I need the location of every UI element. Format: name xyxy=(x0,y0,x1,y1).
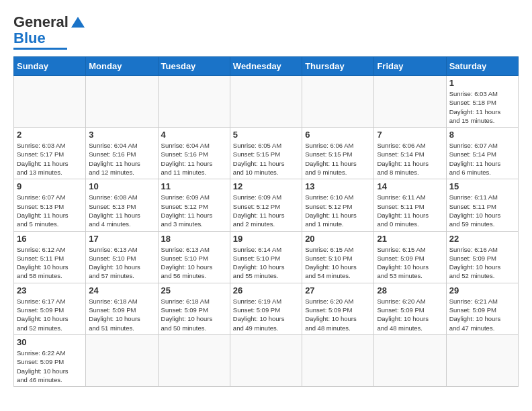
day-number: 4 xyxy=(161,130,227,140)
day-info: Sunrise: 6:07 AM Sunset: 5:14 PM Dayligh… xyxy=(449,141,515,177)
calendar-cell: 21Sunrise: 6:15 AM Sunset: 5:09 PM Dayli… xyxy=(374,231,446,283)
day-info: Sunrise: 6:09 AM Sunset: 5:12 PM Dayligh… xyxy=(161,193,227,228)
logo-triangle xyxy=(71,17,85,28)
day-info: Sunrise: 6:06 AM Sunset: 5:14 PM Dayligh… xyxy=(377,141,443,177)
calendar-cell: 30Sunrise: 6:22 AM Sunset: 5:09 PM Dayli… xyxy=(14,334,86,386)
day-number: 19 xyxy=(233,234,299,244)
logo: General Blue xyxy=(13,13,85,50)
calendar-cell xyxy=(86,334,158,386)
day-number: 23 xyxy=(17,285,83,295)
calendar-cell xyxy=(230,76,302,128)
calendar-cell: 13Sunrise: 6:10 AM Sunset: 5:12 PM Dayli… xyxy=(302,179,374,231)
day-info: Sunrise: 6:08 AM Sunset: 5:13 PM Dayligh… xyxy=(89,193,154,228)
logo-blue-text: Blue xyxy=(13,30,46,47)
calendar-row: 1Sunrise: 6:03 AM Sunset: 5:18 PM Daylig… xyxy=(14,76,519,128)
calendar-cell: 27Sunrise: 6:20 AM Sunset: 5:09 PM Dayli… xyxy=(302,283,374,334)
calendar-cell xyxy=(374,76,446,128)
calendar-cell: 7Sunrise: 6:06 AM Sunset: 5:14 PM Daylig… xyxy=(374,128,446,179)
day-info: Sunrise: 6:22 AM Sunset: 5:09 PM Dayligh… xyxy=(17,349,83,384)
day-number: 28 xyxy=(377,285,443,295)
weekday-header-row: SundayMondayTuesdayWednesdayThursdayFrid… xyxy=(14,57,519,76)
day-number: 12 xyxy=(233,181,299,191)
calendar-cell: 19Sunrise: 6:14 AM Sunset: 5:10 PM Dayli… xyxy=(230,231,302,283)
calendar-cell xyxy=(302,76,374,128)
day-info: Sunrise: 6:19 AM Sunset: 5:09 PM Dayligh… xyxy=(233,297,299,332)
day-number: 29 xyxy=(449,285,515,295)
calendar-cell: 28Sunrise: 6:20 AM Sunset: 5:09 PM Dayli… xyxy=(374,283,446,334)
header: General Blue xyxy=(13,13,519,50)
day-number: 25 xyxy=(161,285,227,295)
calendar-row: 2Sunrise: 6:03 AM Sunset: 5:17 PM Daylig… xyxy=(14,128,519,179)
day-info: Sunrise: 6:07 AM Sunset: 5:13 PM Dayligh… xyxy=(17,193,83,228)
calendar-cell: 1Sunrise: 6:03 AM Sunset: 5:18 PM Daylig… xyxy=(446,76,518,128)
day-number: 15 xyxy=(449,181,515,191)
calendar-cell xyxy=(302,334,374,386)
day-number: 1 xyxy=(449,78,515,88)
day-info: Sunrise: 6:12 AM Sunset: 5:11 PM Dayligh… xyxy=(17,245,83,281)
day-info: Sunrise: 6:14 AM Sunset: 5:10 PM Dayligh… xyxy=(233,245,299,281)
calendar-cell: 18Sunrise: 6:13 AM Sunset: 5:10 PM Dayli… xyxy=(158,231,230,283)
day-info: Sunrise: 6:11 AM Sunset: 5:11 PM Dayligh… xyxy=(449,193,515,228)
logo-bar xyxy=(13,48,67,50)
day-number: 11 xyxy=(161,181,227,191)
day-number: 9 xyxy=(17,181,83,191)
day-info: Sunrise: 6:06 AM Sunset: 5:15 PM Dayligh… xyxy=(305,141,371,177)
weekday-sunday: Sunday xyxy=(14,57,86,76)
day-info: Sunrise: 6:04 AM Sunset: 5:16 PM Dayligh… xyxy=(89,141,154,177)
weekday-thursday: Thursday xyxy=(302,57,374,76)
calendar-row: 23Sunrise: 6:17 AM Sunset: 5:09 PM Dayli… xyxy=(14,283,519,334)
day-number: 17 xyxy=(89,234,154,244)
day-number: 6 xyxy=(305,130,371,140)
calendar-cell xyxy=(158,334,230,386)
calendar-cell xyxy=(158,76,230,128)
day-info: Sunrise: 6:13 AM Sunset: 5:10 PM Dayligh… xyxy=(89,245,154,281)
day-info: Sunrise: 6:15 AM Sunset: 5:09 PM Dayligh… xyxy=(377,245,443,281)
calendar-cell: 8Sunrise: 6:07 AM Sunset: 5:14 PM Daylig… xyxy=(446,128,518,179)
calendar-cell: 2Sunrise: 6:03 AM Sunset: 5:17 PM Daylig… xyxy=(14,128,86,179)
day-number: 24 xyxy=(89,285,154,295)
calendar-cell: 9Sunrise: 6:07 AM Sunset: 5:13 PM Daylig… xyxy=(14,179,86,231)
day-info: Sunrise: 6:20 AM Sunset: 5:09 PM Dayligh… xyxy=(377,297,443,332)
day-info: Sunrise: 6:16 AM Sunset: 5:09 PM Dayligh… xyxy=(449,245,515,281)
calendar-cell: 25Sunrise: 6:18 AM Sunset: 5:09 PM Dayli… xyxy=(158,283,230,334)
day-number: 20 xyxy=(305,234,371,244)
day-number: 2 xyxy=(17,130,83,140)
calendar-cell: 26Sunrise: 6:19 AM Sunset: 5:09 PM Dayli… xyxy=(230,283,302,334)
day-number: 30 xyxy=(17,337,83,347)
day-info: Sunrise: 6:05 AM Sunset: 5:15 PM Dayligh… xyxy=(233,141,299,177)
calendar-cell: 15Sunrise: 6:11 AM Sunset: 5:11 PM Dayli… xyxy=(446,179,518,231)
day-number: 22 xyxy=(449,234,515,244)
calendar-cell: 12Sunrise: 6:09 AM Sunset: 5:12 PM Dayli… xyxy=(230,179,302,231)
calendar-cell: 11Sunrise: 6:09 AM Sunset: 5:12 PM Dayli… xyxy=(158,179,230,231)
day-info: Sunrise: 6:04 AM Sunset: 5:16 PM Dayligh… xyxy=(161,141,227,177)
day-number: 8 xyxy=(449,130,515,140)
calendar-cell: 16Sunrise: 6:12 AM Sunset: 5:11 PM Dayli… xyxy=(14,231,86,283)
day-number: 21 xyxy=(377,234,443,244)
calendar-cell xyxy=(86,76,158,128)
weekday-saturday: Saturday xyxy=(446,57,518,76)
day-info: Sunrise: 6:13 AM Sunset: 5:10 PM Dayligh… xyxy=(161,245,227,281)
day-info: Sunrise: 6:18 AM Sunset: 5:09 PM Dayligh… xyxy=(89,297,154,332)
calendar-cell: 17Sunrise: 6:13 AM Sunset: 5:10 PM Dayli… xyxy=(86,231,158,283)
day-info: Sunrise: 6:03 AM Sunset: 5:17 PM Dayligh… xyxy=(17,141,83,177)
calendar-cell: 3Sunrise: 6:04 AM Sunset: 5:16 PM Daylig… xyxy=(86,128,158,179)
day-number: 18 xyxy=(161,234,227,244)
calendar-row: 9Sunrise: 6:07 AM Sunset: 5:13 PM Daylig… xyxy=(14,179,519,231)
day-number: 3 xyxy=(89,130,154,140)
day-info: Sunrise: 6:11 AM Sunset: 5:11 PM Dayligh… xyxy=(377,193,443,228)
calendar-cell: 20Sunrise: 6:15 AM Sunset: 5:10 PM Dayli… xyxy=(302,231,374,283)
calendar-cell xyxy=(446,334,518,386)
calendar-row: 30Sunrise: 6:22 AM Sunset: 5:09 PM Dayli… xyxy=(14,334,519,386)
day-info: Sunrise: 6:21 AM Sunset: 5:09 PM Dayligh… xyxy=(449,297,515,332)
calendar-cell: 22Sunrise: 6:16 AM Sunset: 5:09 PM Dayli… xyxy=(446,231,518,283)
calendar-cell: 24Sunrise: 6:18 AM Sunset: 5:09 PM Dayli… xyxy=(86,283,158,334)
calendar-cell: 6Sunrise: 6:06 AM Sunset: 5:15 PM Daylig… xyxy=(302,128,374,179)
weekday-wednesday: Wednesday xyxy=(230,57,302,76)
calendar-cell: 14Sunrise: 6:11 AM Sunset: 5:11 PM Dayli… xyxy=(374,179,446,231)
logo-general-text: General xyxy=(13,13,69,31)
calendar-cell: 5Sunrise: 6:05 AM Sunset: 5:15 PM Daylig… xyxy=(230,128,302,179)
calendar: SundayMondayTuesdayWednesdayThursdayFrid… xyxy=(13,56,519,387)
day-info: Sunrise: 6:17 AM Sunset: 5:09 PM Dayligh… xyxy=(17,297,83,332)
calendar-cell xyxy=(230,334,302,386)
weekday-monday: Monday xyxy=(86,57,158,76)
